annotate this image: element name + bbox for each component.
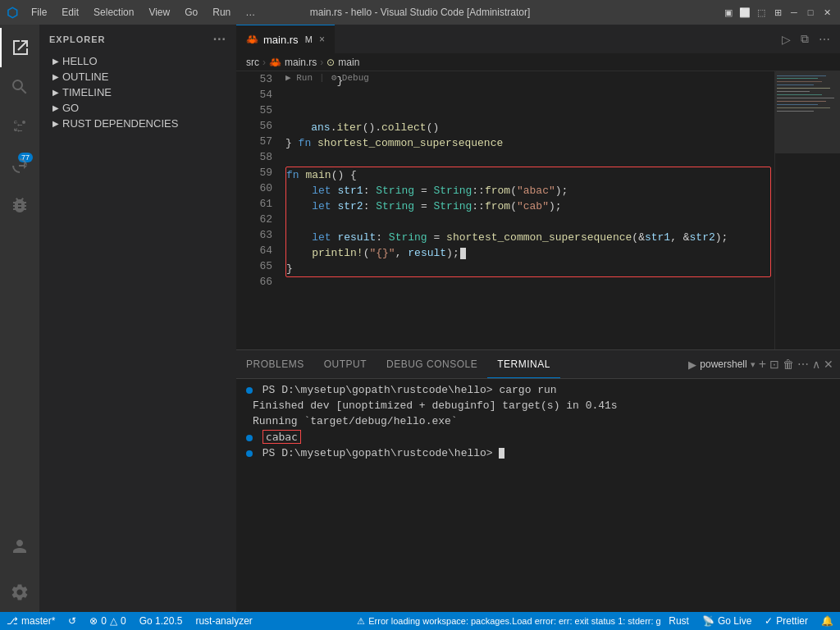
- layout-icon[interactable]: ▣: [722, 6, 735, 19]
- terminal-content[interactable]: PS D:\mysetup\gopath\rustcode\hello> car…: [236, 379, 840, 612]
- run-debug-hint: ▶ Run | ⚙ Debug: [285, 71, 369, 86]
- bell-icon: 🔔: [821, 615, 833, 627]
- code-content[interactable]: ▶ Run | ⚙ Debug } ans.iter().collect() }…: [279, 71, 774, 349]
- notifications-status[interactable]: 🔔: [815, 612, 840, 630]
- line-num-63: 63: [243, 227, 272, 243]
- panel-more-icon[interactable]: ⋯: [797, 358, 809, 371]
- titlebar: ⬡ File Edit Selection View Go Run … main…: [0, 0, 840, 25]
- main-layout: 77 Explorer ⋯ ▶ HELLO ▶ OUTLINE: [0, 25, 840, 612]
- extensions-activity-icon[interactable]: [0, 185, 39, 225]
- terminal-dot-3: [246, 450, 253, 457]
- sidebar-item-go-label: GO: [62, 102, 79, 114]
- panels-icon[interactable]: ⬚: [755, 6, 768, 19]
- highlighted-code-block: fn main() { let str1: String = String::f…: [285, 167, 771, 277]
- vscode-logo: ⬡: [7, 5, 18, 21]
- language-status[interactable]: Rust: [662, 612, 696, 630]
- code-line-55: [285, 104, 774, 120]
- errors-status[interactable]: ⊗ 0 △ 0: [83, 612, 132, 630]
- sync-status[interactable]: ↺: [62, 612, 83, 630]
- git-branch-icon: ⎇: [7, 615, 18, 627]
- split-editor-icon[interactable]: ⧉: [797, 29, 812, 49]
- tab-main-rs[interactable]: 🦀 main.rs M ×: [236, 25, 335, 53]
- panel-tab-debug-console[interactable]: DEBUG CONSOLE: [377, 350, 487, 378]
- activity-bar: 77: [0, 25, 39, 612]
- menu-view[interactable]: View: [142, 5, 176, 20]
- customize-icon[interactable]: ⊞: [771, 6, 784, 19]
- line-num-56: 56: [243, 118, 272, 134]
- terminal-new-icon[interactable]: ▶: [688, 358, 696, 371]
- sidebar-item-go[interactable]: ▶ GO: [39, 100, 236, 116]
- panel-close-icon[interactable]: ✕: [824, 358, 833, 371]
- sidebar-item-hello[interactable]: ▶ HELLO: [39, 53, 236, 69]
- run-icon[interactable]: ▷: [778, 30, 794, 49]
- warning-icon: △: [110, 615, 117, 627]
- line-num-57: 57: [243, 134, 272, 149]
- go-version-status[interactable]: Go 1.20.5: [133, 612, 189, 630]
- account-activity-icon[interactable]: [0, 527, 39, 566]
- editor-area: 🦀 main.rs M × ▷ ⧉ ⋯ src › 🦀main.rs › ⊙ma…: [236, 25, 840, 612]
- tab-filename: main.rs: [263, 34, 299, 46]
- tab-bar: 🦀 main.rs M × ▷ ⧉ ⋯: [236, 25, 840, 53]
- settings-activity-icon[interactable]: [0, 573, 39, 612]
- line-num-62: 62: [243, 212, 272, 227]
- panel-tab-terminal[interactable]: TERMINAL: [487, 350, 560, 378]
- menu-edit[interactable]: Edit: [55, 5, 85, 20]
- line-numbers: 53 54 55 56 57 58 59 60 61 62 63 64 65 6…: [236, 71, 279, 349]
- breadcrumb-src[interactable]: src: [246, 57, 259, 68]
- status-bar: ⎇ master* ↺ ⊗ 0 △ 0 Go 1.20.5 rust-analy…: [0, 612, 840, 630]
- tab-actions: ▷ ⧉ ⋯: [778, 25, 840, 53]
- search-activity-icon[interactable]: [0, 67, 39, 107]
- menu-file[interactable]: File: [25, 5, 53, 20]
- menu-selection[interactable]: Selection: [87, 5, 140, 20]
- code-editor: 53 54 55 56 57 58 59 60 61 62 63 64 65 6…: [236, 71, 840, 349]
- terminal-dropdown-icon[interactable]: ▾: [751, 359, 756, 370]
- sidebar-header: Explorer ⋯: [39, 25, 236, 53]
- go-version-label: Go 1.20.5: [139, 615, 183, 627]
- minimize-button[interactable]: ─: [788, 6, 801, 19]
- menu-run[interactable]: Run: [206, 5, 237, 20]
- panel-collapse-icon[interactable]: ∧: [812, 358, 820, 371]
- panel-kill-icon[interactable]: 🗑: [783, 358, 794, 371]
- sidebar-item-rust-deps[interactable]: ▶ RUST DEPENDENCIES: [39, 116, 236, 131]
- code-line-56: ans.iter().collect(): [285, 120, 774, 135]
- menu-more[interactable]: …: [239, 5, 262, 20]
- panel-add-terminal-button[interactable]: +: [759, 357, 766, 372]
- explorer-activity-icon[interactable]: [0, 28, 39, 67]
- panel-tab-problems[interactable]: PROBLEMS: [236, 350, 314, 378]
- run-debug-activity-icon[interactable]: 77: [0, 146, 39, 185]
- go-live-status[interactable]: 📡 Go Live: [696, 612, 758, 630]
- terminal-finished-text: Finished dev [unoptimized + debuginfo] t…: [253, 399, 618, 412]
- menu-go[interactable]: Go: [178, 5, 204, 20]
- code-line-57: } fn shortest_common_supersequence: [285, 135, 774, 151]
- rust-analyzer-status[interactable]: rust-analyzer: [189, 612, 258, 630]
- more-actions-icon[interactable]: ⋯: [815, 30, 833, 49]
- terminal-prompt-2: PS D:\mysetup\gopath\rustcode\hello>: [262, 447, 505, 459]
- git-branch-status[interactable]: ⎇ master*: [0, 612, 62, 630]
- line-num-58: 58: [243, 149, 272, 165]
- titlebar-left: ⬡ File Edit Selection View Go Run …: [7, 5, 262, 21]
- split-icon[interactable]: ⬜: [738, 6, 751, 19]
- terminal-name: powershell: [700, 358, 746, 370]
- line-num-65: 65: [243, 258, 272, 274]
- sidebar-item-timeline[interactable]: ▶ TIMELINE: [39, 84, 236, 100]
- prettier-check-icon: ✓: [765, 615, 773, 627]
- terminal-prompt-1: PS D:\mysetup\gopath\rustcode\hello> car…: [262, 384, 557, 396]
- maximize-button[interactable]: □: [804, 6, 817, 19]
- terminal-line-4: cabac: [246, 429, 830, 445]
- breadcrumb-file[interactable]: 🦀main.rs: [269, 57, 317, 68]
- source-control-activity-icon[interactable]: [0, 107, 39, 146]
- titlebar-menu: File Edit Selection View Go Run …: [25, 5, 262, 20]
- error-msg-status[interactable]: ⚠ Error loading workspace: packages.Load…: [350, 612, 662, 630]
- sidebar-tree: ▶ HELLO ▶ OUTLINE ▶ TIMELINE ▶ GO ▶ RUST…: [39, 53, 236, 612]
- breadcrumb-fn[interactable]: ⊙main: [326, 57, 359, 68]
- prettier-status[interactable]: ✓ Prettier: [758, 612, 815, 630]
- close-button[interactable]: ✕: [820, 6, 833, 19]
- panel-tab-output[interactable]: OUTPUT: [314, 350, 377, 378]
- tab-close-button[interactable]: ×: [319, 34, 325, 45]
- breadcrumb: src › 🦀main.rs › ⊙main: [236, 53, 840, 71]
- panel-split-icon[interactable]: ⊡: [769, 358, 779, 371]
- minimap: [774, 71, 840, 349]
- code-line-59: fn main() {: [286, 167, 770, 183]
- sidebar-item-outline[interactable]: ▶ OUTLINE: [39, 69, 236, 84]
- sidebar-more-button[interactable]: ⋯: [212, 31, 226, 47]
